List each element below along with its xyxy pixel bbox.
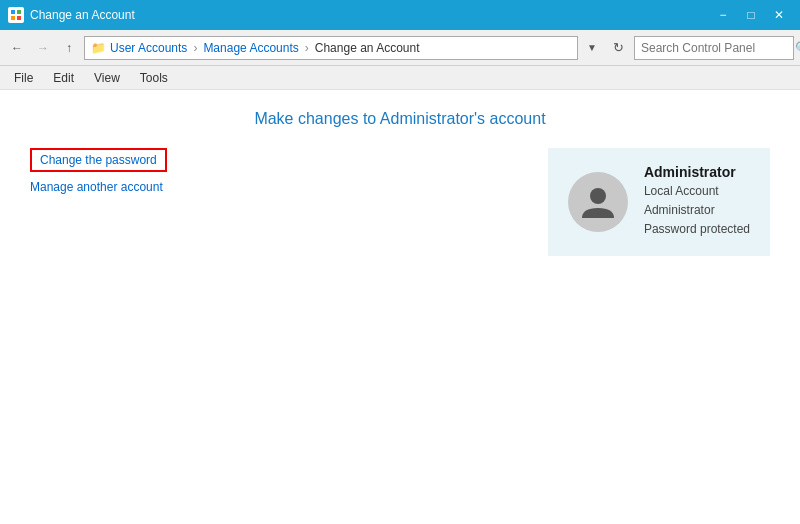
breadcrumb-manage-accounts[interactable]: Manage Accounts [203, 41, 298, 55]
title-bar: Change an Account − □ ✕ [0, 0, 800, 30]
menu-bar: File Edit View Tools [0, 66, 800, 90]
account-card: Administrator Local Account Administrato… [548, 148, 770, 256]
search-input[interactable] [641, 41, 791, 55]
breadcrumb-current: Change an Account [315, 41, 420, 55]
close-button[interactable]: ✕ [766, 5, 792, 25]
menu-view[interactable]: View [86, 69, 128, 87]
address-box[interactable]: 📁 User Accounts › Manage Accounts › Chan… [84, 36, 578, 60]
change-password-link[interactable]: Change the password [30, 148, 167, 172]
sep2: › [305, 41, 309, 55]
breadcrumb-user-accounts[interactable]: User Accounts [110, 41, 187, 55]
address-dropdown-button[interactable]: ▼ [582, 36, 602, 60]
window-controls: − □ ✕ [710, 5, 792, 25]
menu-tools[interactable]: Tools [132, 69, 176, 87]
account-name: Administrator [644, 164, 750, 180]
address-icon: 📁 [91, 41, 106, 55]
window-icon [8, 7, 24, 23]
account-detail-local: Local Account [644, 182, 750, 201]
avatar [568, 172, 628, 232]
refresh-button[interactable]: ↻ [606, 36, 630, 60]
content-area: Change the password Manage another accou… [30, 148, 770, 256]
sep1: › [193, 41, 197, 55]
address-bar: ← → ↑ 📁 User Accounts › Manage Accounts … [0, 30, 800, 66]
back-button[interactable]: ← [6, 37, 28, 59]
svg-rect-1 [17, 10, 21, 14]
account-detail-admin: Administrator [644, 201, 750, 220]
svg-rect-3 [17, 16, 21, 20]
manage-another-account-link[interactable]: Manage another account [30, 180, 508, 194]
svg-rect-2 [11, 16, 15, 20]
svg-rect-0 [11, 10, 15, 14]
account-info: Administrator Local Account Administrato… [644, 164, 750, 240]
avatar-icon [578, 182, 618, 222]
maximize-button[interactable]: □ [738, 5, 764, 25]
menu-file[interactable]: File [6, 69, 41, 87]
search-box[interactable]: 🔍 [634, 36, 794, 60]
left-panel: Change the password Manage another accou… [30, 148, 508, 194]
up-button[interactable]: ↑ [58, 37, 80, 59]
search-icon: 🔍 [795, 41, 800, 55]
svg-point-4 [590, 188, 606, 204]
minimize-button[interactable]: − [710, 5, 736, 25]
page-title: Make changes to Administrator's account [30, 110, 770, 128]
menu-edit[interactable]: Edit [45, 69, 82, 87]
main-content: Make changes to Administrator's account … [0, 90, 800, 510]
account-detail-password: Password protected [644, 220, 750, 239]
window-title: Change an Account [30, 8, 135, 22]
forward-button[interactable]: → [32, 37, 54, 59]
